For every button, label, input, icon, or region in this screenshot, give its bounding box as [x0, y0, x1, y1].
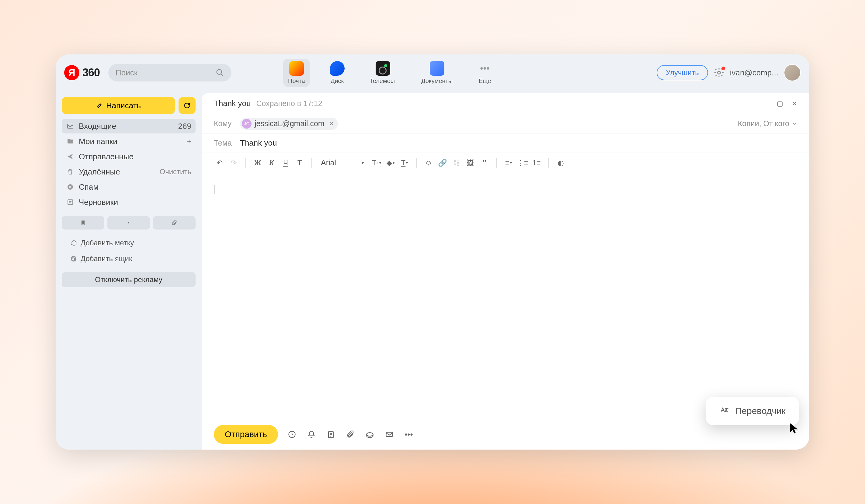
tab-telemost[interactable]: Телемост [365, 59, 401, 87]
signature-button[interactable] [384, 429, 395, 440]
tab-more[interactable]: ••• Ещё [473, 59, 497, 87]
translator-popup[interactable]: Переводчик [706, 397, 799, 425]
tab-more-label: Ещё [479, 78, 491, 84]
sidebar-tabs: • [62, 216, 196, 230]
italic-button[interactable]: К [266, 157, 277, 169]
folder-my-label: Мои папки [79, 137, 183, 146]
user-email[interactable]: ivan@comp... [730, 68, 778, 78]
chip-email: jessicaL@gmail.com [255, 119, 324, 128]
add-mailbox-button[interactable]: Добавить ящик [62, 252, 196, 265]
sidebar: Написать Входящие 269 [56, 91, 201, 449]
tab-docs[interactable]: Документы [416, 59, 458, 87]
add-label-button[interactable]: Добавить метку [62, 236, 196, 249]
quote-button[interactable]: " [479, 157, 490, 169]
chip-remove-icon[interactable]: ✕ [329, 120, 334, 128]
bold-button[interactable]: Ж [252, 157, 263, 169]
add-folder-icon[interactable]: + [187, 137, 191, 145]
compose-button[interactable]: Написать [62, 97, 175, 114]
sidebar-add-section: Добавить метку Добавить ящик [62, 236, 196, 265]
subject-input[interactable]: Thank you [240, 138, 277, 148]
tab-docs-label: Документы [421, 78, 452, 84]
folder-drafts[interactable]: Черновики [62, 195, 196, 209]
editor-toolbar: ↶ ↷ Ж К Ч Т Arial ▾ Tт▾ ◆▾ T▾ ☺ 🔗 ⛓ 🖼 [201, 153, 809, 173]
brand-logo[interactable]: Я 360 [64, 65, 100, 80]
link-button[interactable]: 🔗 [437, 157, 448, 169]
unlink-button[interactable]: ⛓ [451, 157, 462, 169]
strikethrough-button[interactable]: Т [294, 157, 305, 169]
refresh-button[interactable] [178, 97, 196, 114]
emoji-button[interactable]: ☺ [423, 157, 434, 169]
svg-rect-10 [386, 432, 392, 436]
sidebar-tab-attach[interactable] [153, 216, 196, 230]
sidebar-tab-dot[interactable]: • [107, 216, 150, 230]
font-size-button[interactable]: Tт▾ [371, 157, 382, 169]
undo-button[interactable]: ↶ [214, 157, 226, 169]
tab-mail[interactable]: Почта [283, 59, 310, 87]
app-window: Я 360 Поиск Почта Диск Телемост [56, 55, 809, 449]
spam-icon [66, 183, 74, 191]
folder-spam-label: Спам [79, 183, 191, 192]
improve-button[interactable]: Улучшить [657, 65, 708, 80]
font-dropdown-icon[interactable]: ▾ [357, 157, 368, 169]
folder-inbox[interactable]: Входящие 269 [62, 119, 196, 133]
disable-ads-button[interactable]: Отключить рекламу [62, 272, 196, 287]
editor-body[interactable] [201, 173, 809, 419]
eraser-button[interactable]: ◐ [555, 157, 566, 169]
schedule-button[interactable] [287, 429, 298, 440]
avatar[interactable] [784, 64, 801, 81]
search-icon [216, 68, 224, 77]
clear-trash-button[interactable]: Очистить [160, 167, 191, 176]
subject-label: Тема [214, 139, 235, 148]
attach-file-button[interactable] [345, 429, 356, 440]
number-list-button[interactable]: 1≡ [531, 157, 542, 169]
separator [245, 158, 246, 168]
close-button[interactable]: ✕ [792, 100, 797, 108]
subject-row: Тема Thank you [201, 133, 809, 153]
svg-point-2 [717, 71, 720, 74]
separator [496, 158, 497, 168]
folder-drafts-label: Черновики [79, 198, 191, 207]
template-button[interactable] [325, 429, 336, 440]
send-button[interactable]: Отправить [214, 425, 278, 444]
image-button[interactable]: 🖼 [465, 157, 476, 169]
folder-inbox-count: 269 [178, 121, 191, 131]
cc-toggle[interactable]: Копии, От кого [738, 119, 797, 128]
search-input[interactable]: Поиск [108, 64, 231, 81]
sidebar-tab-bookmark[interactable] [62, 216, 104, 230]
reminder-button[interactable] [306, 429, 317, 440]
redo-button[interactable]: ↷ [228, 157, 239, 169]
folder-my[interactable]: Мои папки + [62, 134, 196, 149]
cursor-icon [788, 422, 800, 434]
trash-icon [66, 167, 74, 176]
more-options-button[interactable]: ••• [403, 429, 414, 440]
folder-sent-label: Отправленные [79, 152, 191, 161]
underline-button[interactable]: Ч [280, 157, 291, 169]
maximize-button[interactable]: ▢ [777, 100, 783, 108]
clear-format-button[interactable]: T▾ [399, 157, 410, 169]
tab-disk-label: Диск [331, 78, 344, 84]
separator [311, 158, 312, 168]
minimize-button[interactable]: — [762, 100, 768, 108]
align-button[interactable]: ≡▾ [503, 157, 514, 169]
window-controls: — ▢ ✕ [762, 100, 797, 108]
body: Написать Входящие 269 [56, 91, 809, 449]
to-label: Кому [214, 119, 235, 128]
folder-spam[interactable]: Спам [62, 180, 196, 194]
folder-sent[interactable]: Отправленные [62, 149, 196, 164]
bullet-list-button[interactable]: ⋮≡ [517, 157, 528, 169]
recipient-row: Кому JC jessicaL@gmail.com ✕ Копии, От к… [201, 114, 809, 133]
compose-label: Написать [106, 101, 141, 110]
tab-disk[interactable]: Диск [325, 59, 349, 87]
app-tabs: Почта Диск Телемост Документы ••• Ещё [283, 59, 497, 87]
folder-trash[interactable]: Удалённые Очистить [62, 164, 196, 179]
header-right: Улучшить ivan@comp... [657, 64, 801, 81]
translator-label: Переводчик [735, 406, 786, 416]
tab-telemost-label: Телемост [370, 78, 396, 84]
attach-disk-button[interactable] [365, 429, 375, 440]
font-selector[interactable]: Arial [318, 159, 354, 167]
cc-label: Копии, От кого [738, 119, 789, 128]
add-label-text: Добавить метку [81, 239, 134, 247]
recipient-chip[interactable]: JC jessicaL@gmail.com ✕ [240, 118, 338, 130]
text-color-button[interactable]: ◆▾ [385, 157, 396, 169]
settings-button[interactable] [714, 67, 725, 78]
